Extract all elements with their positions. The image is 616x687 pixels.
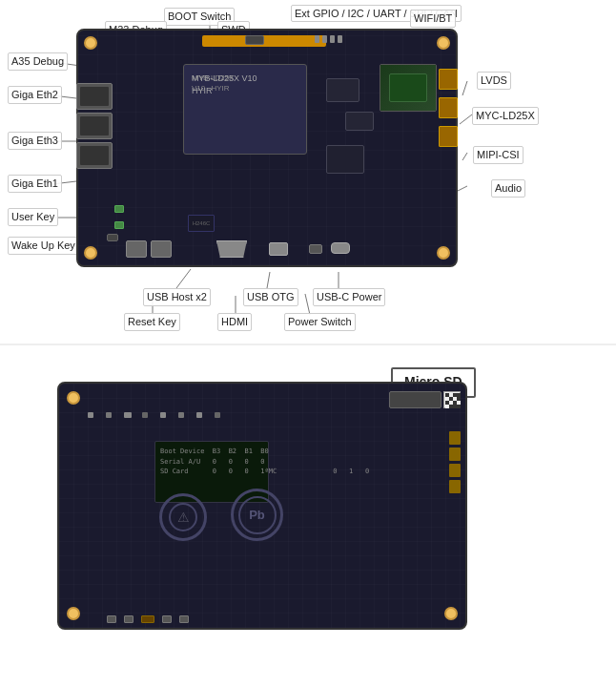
- label-myc-ld25x: MYC-LD25X: [472, 107, 539, 125]
- label-power-switch: Power Switch: [284, 313, 356, 331]
- board-model-label: MYB-LD25X: [192, 73, 234, 82]
- eth-port-2: [76, 113, 113, 139]
- section-divider: [0, 344, 616, 345]
- gpio-header: [202, 35, 326, 47]
- bottom-edge-components: [107, 615, 189, 623]
- usb-host-port-2: [151, 240, 172, 258]
- ethernet-ports: [76, 83, 113, 169]
- qr-code: [443, 391, 461, 408]
- module-chip: MYB-LD25X V10 HYIR: [183, 64, 307, 155]
- svg-line-16: [267, 272, 270, 288]
- mounting-hole: [84, 36, 97, 50]
- label-wake-up-key: Wake Up Key: [8, 237, 79, 255]
- swd-connector: [315, 35, 342, 43]
- label-giga-eth3: Giga Eth3: [8, 132, 62, 150]
- diagram-container: BOOT Switch M33 Debug SWD Ext GPIO / I2C…: [0, 0, 616, 687]
- svg-line-13: [462, 153, 467, 160]
- wake-up-key-button: [114, 221, 124, 229]
- svg-line-15: [176, 269, 191, 288]
- board-top: MYB-LD25X V10 HYIR: [76, 29, 458, 267]
- svg-line-11: [462, 81, 467, 95]
- board-bottom: ⚠ Pb: [57, 382, 467, 630]
- audio-connector: [439, 126, 458, 147]
- mounting-hole-tl: [67, 607, 80, 620]
- label-giga-eth1: Giga Eth1: [8, 175, 62, 193]
- svg-line-12: [460, 114, 472, 124]
- usb-otg-port: [269, 242, 288, 256]
- warning-symbol: ⚠: [154, 489, 212, 546]
- board-brand-label: HYIR: [211, 84, 229, 93]
- label-giga-eth2: Giga Eth2: [8, 86, 62, 104]
- label-user-key: User Key: [8, 208, 58, 226]
- boot-switch-component: [245, 35, 264, 45]
- label-hdmi: HDMI: [217, 313, 252, 331]
- reset-key-button: [107, 234, 118, 241]
- lvds-connector: [439, 69, 458, 90]
- user-key-button: [114, 205, 124, 213]
- eth-port-1: [76, 83, 113, 110]
- usb-host-ports: [126, 240, 172, 258]
- mounting-hole: [437, 36, 450, 50]
- chip-2: [345, 112, 374, 131]
- power-switch-component: [309, 244, 322, 254]
- eth-port-3: [76, 142, 113, 169]
- right-edge-components: [449, 431, 461, 493]
- label-usb-c-power: USB-C Power: [313, 288, 385, 306]
- svg-line-20: [305, 294, 310, 315]
- chip-3: [326, 145, 364, 174]
- label-a35-debug: A35 Debug: [8, 52, 68, 71]
- board-version-label: V10: [192, 84, 205, 93]
- usbc-port: [331, 242, 350, 254]
- hdmi-port: [216, 240, 247, 258]
- mounting-hole-bl: [67, 391, 80, 405]
- wifi-module: [380, 64, 437, 112]
- right-connectors: [439, 69, 458, 147]
- mipi-connector: [439, 97, 458, 118]
- label-usb-host: USB Host x2: [143, 288, 211, 306]
- usb-host-port-1: [126, 240, 147, 258]
- label-mipi-csi: MIPI-CSI: [473, 146, 524, 164]
- label-audio: Audio: [491, 179, 525, 198]
- pb-free-symbol: Pb: [231, 489, 283, 541]
- chip-1: [326, 78, 359, 102]
- svg-line-14: [458, 186, 467, 191]
- sd-card-slot: [389, 391, 441, 408]
- label-lvds: LVDS: [477, 72, 511, 90]
- label-wifi-bt: WIFI/BT: [410, 10, 456, 28]
- mounting-hole: [437, 246, 450, 260]
- mounting-hole: [84, 246, 97, 260]
- label-reset-key: Reset Key: [124, 313, 180, 331]
- h246c-chip: H246C: [188, 215, 215, 232]
- label-usb-otg: USB OTG: [243, 288, 298, 306]
- h246c-label: H246C: [193, 220, 211, 226]
- mounting-hole-tr: [444, 607, 458, 620]
- component-grid-left: [88, 412, 228, 418]
